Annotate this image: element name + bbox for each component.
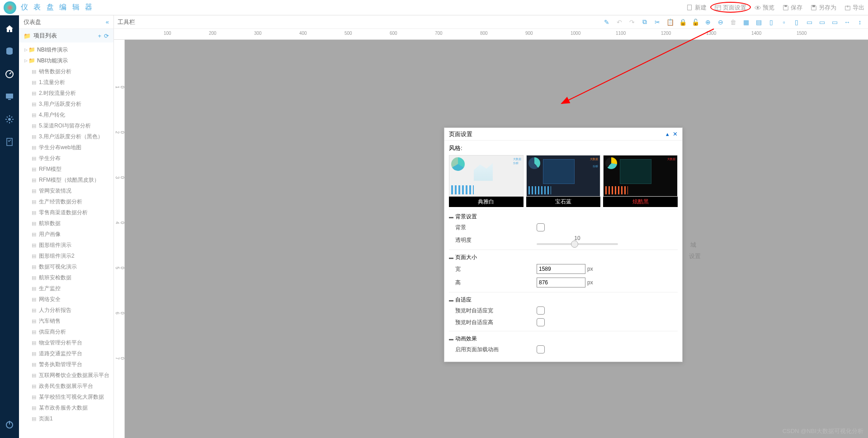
tree-file[interactable]: ▤页面1 xyxy=(19,413,113,424)
align-top-icon[interactable]: ▭ xyxy=(806,19,813,26)
eye-icon xyxy=(755,5,761,11)
tree-file[interactable]: ▤道路交通监控平台 xyxy=(19,348,113,359)
section-size[interactable]: ▬页面大小 xyxy=(449,253,678,262)
tree-folder[interactable]: ▷📁NBI组件演示 xyxy=(19,44,113,55)
tree-file[interactable]: ▤销售数据分析 xyxy=(19,66,113,77)
file-icon: ▤ xyxy=(32,199,36,205)
redo-icon[interactable]: ↷ xyxy=(628,19,636,26)
theme-sapphire-blue[interactable]: 大数据 分析 宝石蓝 xyxy=(526,155,601,207)
copy-icon[interactable]: ⧉ xyxy=(641,19,648,26)
left-rail xyxy=(0,15,19,438)
tree-file[interactable]: ▤人力分析报告 xyxy=(19,305,113,316)
save-as-button[interactable]: 另存为 xyxy=(811,4,836,12)
tree-file[interactable]: ▤3.用户活跃度分析（黑色） xyxy=(19,131,113,142)
project-list-header[interactable]: 📁 项目列表 + ⟳ xyxy=(19,29,113,42)
file-icon: ▤ xyxy=(32,242,36,248)
paste-icon[interactable]: 📋 xyxy=(666,19,674,26)
tree-file[interactable]: ▤RFM模型（炫酷黑皮肤） xyxy=(19,174,113,185)
tree-file[interactable]: ▤学生分布web地图 xyxy=(19,142,113,153)
fit-width-checkbox[interactable] xyxy=(537,306,545,315)
svg-rect-6 xyxy=(784,5,787,7)
section-bg[interactable]: ▬背景设置 xyxy=(449,212,678,221)
fit-height-checkbox[interactable] xyxy=(537,318,545,326)
zoom-out-icon[interactable]: ⊖ xyxy=(717,19,724,26)
bg-checkbox[interactable] xyxy=(537,223,545,231)
export-button[interactable]: 导出 xyxy=(844,4,864,12)
undo-icon[interactable]: ↶ xyxy=(616,19,623,26)
layer-front-icon[interactable]: ▦ xyxy=(742,19,750,26)
height-input[interactable] xyxy=(537,278,585,287)
tree-file[interactable]: ▤零售商渠道数据分析 xyxy=(19,207,113,218)
unlock-icon[interactable]: 🔓 xyxy=(692,19,699,26)
tree-file[interactable]: ▤管网安装情况 xyxy=(19,185,113,196)
trash-icon[interactable]: 🗑 xyxy=(730,19,737,26)
tree-file[interactable]: ▤5.渠道ROI与留存分析 xyxy=(19,120,113,131)
align-right-icon[interactable]: ▯ xyxy=(793,19,800,26)
tree-file[interactable]: ▤1.流量分析 xyxy=(19,77,113,88)
opacity-slider[interactable]: 10 xyxy=(537,235,618,245)
align-left-icon[interactable]: ▯ xyxy=(768,19,775,26)
tree-file[interactable]: ▤生产经营数据分析 xyxy=(19,196,113,207)
tree-file[interactable]: ▤汽车销售 xyxy=(19,316,113,326)
tree-file[interactable]: ▤图形组件演示2 xyxy=(19,250,113,261)
report-icon[interactable] xyxy=(5,137,14,146)
dialog-close-icon[interactable]: ✕ xyxy=(673,131,678,137)
layout-icon xyxy=(715,5,721,11)
tree-file[interactable]: ▤网络安全 xyxy=(19,294,113,305)
zoom-in-icon[interactable]: ⊕ xyxy=(704,19,712,26)
cut-icon[interactable]: ✂ xyxy=(654,19,661,26)
theme-cool-black[interactable]: 大数据 炫酷黑 xyxy=(603,155,678,207)
anim-enable-checkbox[interactable] xyxy=(537,345,545,353)
tree-file[interactable]: ▤生产监控 xyxy=(19,283,113,294)
tree-file[interactable]: ▤某学校招生可视化大屏数据 xyxy=(19,391,113,402)
align-middle-icon[interactable]: ▭ xyxy=(818,19,826,26)
tree-file[interactable]: ▤某市政务服务大数据 xyxy=(19,402,113,413)
align-bottom-icon[interactable]: ▭ xyxy=(831,19,838,26)
lock-icon[interactable]: 🔒 xyxy=(679,19,686,26)
tree-folder[interactable]: ▷📁NBI功能演示 xyxy=(19,55,113,66)
tree-file[interactable]: ▤3.用户活跃度分析 xyxy=(19,99,113,109)
width-label: 宽 xyxy=(455,265,537,273)
tree-file[interactable]: ▤互联网餐饮企业数据展示平台 xyxy=(19,370,113,381)
tree-file[interactable]: ▤RFM模型 xyxy=(19,164,113,174)
file-icon: ▤ xyxy=(32,416,36,422)
file-icon: ▤ xyxy=(32,123,36,129)
tree-file[interactable]: ▤警务执勤管理平台 xyxy=(19,359,113,370)
new-button[interactable]: 新建 xyxy=(687,4,707,12)
align-center-icon[interactable]: ▫ xyxy=(780,19,788,26)
tree-file[interactable]: ▤学生分布 xyxy=(19,153,113,164)
home-icon[interactable] xyxy=(5,24,14,33)
save-button[interactable]: 保存 xyxy=(783,4,802,12)
section-adaptive[interactable]: ▬自适应 xyxy=(449,295,678,305)
tree-file[interactable]: ▤航班数据 xyxy=(19,218,113,229)
monitor-icon[interactable] xyxy=(5,92,14,101)
anim-enable-label: 启用页面加载动画 xyxy=(455,346,537,353)
tree-file[interactable]: ▤2.时段流量分析 xyxy=(19,88,113,99)
width-input[interactable] xyxy=(537,264,585,274)
tree-file[interactable]: ▤数据可视化演示 xyxy=(19,261,113,272)
distribute-h-icon[interactable]: ↔ xyxy=(844,19,851,26)
pencil-icon[interactable]: ✎ xyxy=(603,19,610,26)
add-project-icon[interactable]: + xyxy=(98,33,101,39)
file-icon: ▤ xyxy=(32,297,36,302)
dashboard-icon[interactable] xyxy=(5,70,14,79)
preview-button[interactable]: 预览 xyxy=(755,4,774,12)
tree-file[interactable]: ▤用户画像 xyxy=(19,229,113,240)
distribute-v-icon[interactable]: ↕ xyxy=(856,19,863,26)
tree-file[interactable]: ▤政务民生数据展示平台 xyxy=(19,381,113,391)
tree-file[interactable]: ▤供应商分析 xyxy=(19,326,113,337)
settings-icon[interactable] xyxy=(5,115,14,124)
tree-file[interactable]: ▤4.用户转化 xyxy=(19,109,113,120)
page-settings-button[interactable]: 页面设置 xyxy=(715,4,746,12)
layer-back-icon[interactable]: ▤ xyxy=(755,19,762,26)
section-anim[interactable]: ▬动画效果 xyxy=(449,334,678,344)
database-icon[interactable] xyxy=(5,47,14,56)
power-icon[interactable] xyxy=(5,420,14,429)
tree-file[interactable]: ▤航班安检数据 xyxy=(19,272,113,283)
tree-file[interactable]: ▤图形组件演示 xyxy=(19,240,113,250)
collapse-panel-icon[interactable]: « xyxy=(106,19,109,25)
refresh-icon[interactable]: ⟳ xyxy=(104,33,109,39)
tree-file[interactable]: ▤物业管理分析平台 xyxy=(19,337,113,348)
dialog-minimize-icon[interactable]: ▴ xyxy=(666,131,669,137)
theme-elegant-white[interactable]: 大数据分析 典雅白 xyxy=(449,155,524,207)
